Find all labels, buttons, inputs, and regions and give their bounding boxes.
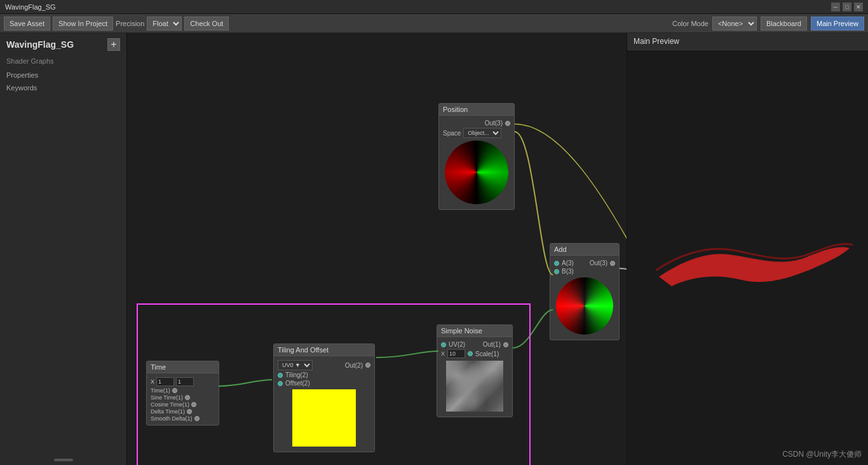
noise-body: UV(2) Out(1) X Scale(1): [437, 337, 512, 417]
tiling-body: UV0 ▼ Out(2) Tiling(2) Offset(2): [274, 356, 374, 452]
show-in-project-button[interactable]: Show In Project: [53, 17, 113, 31]
maximize-button[interactable]: □: [843, 3, 851, 11]
close-button[interactable]: ✕: [854, 3, 863, 11]
noise-scale-dot: [468, 351, 473, 356]
right-panel: Main Preview CSDN @Unity李大傻师: [627, 33, 868, 465]
panel-subtitle: Shader Graphs: [0, 56, 126, 69]
toolbar: Save Asset Show In Project Precision Flo…: [0, 14, 868, 33]
node-position-body: Out(3) Space Object...: [439, 116, 514, 209]
time-body: X Time(1) Sine Time(1) Cosine Time(1): [147, 373, 219, 425]
time-dot5: [194, 416, 200, 421]
time-port-row-4: Delta Time(1): [151, 408, 215, 415]
noise-out-dot: [503, 342, 508, 347]
save-asset-button[interactable]: Save Asset: [4, 17, 50, 31]
out-port: Out(3): [443, 120, 510, 127]
noise-preview: [446, 361, 503, 412]
main-preview-button[interactable]: Main Preview: [811, 17, 864, 31]
right-panel-header: Main Preview: [627, 33, 868, 50]
uv-dropdown[interactable]: UV0 ▼: [278, 360, 313, 370]
space-row: Space Object...: [443, 128, 510, 138]
preview-canvas: [627, 50, 868, 465]
b-dot: [554, 269, 559, 274]
tiling-preview: [292, 389, 356, 447]
out-dot: [505, 121, 510, 126]
toolbar-right: Color Mode <None> Blackboard Main Previe…: [672, 17, 864, 31]
precision-label: Precision: [116, 20, 144, 27]
time-port-row-2: Sine Time(1): [151, 394, 215, 401]
node-tiling-offset[interactable]: Tiling And Offset UV0 ▼ Out(2) Tiling(2): [273, 344, 375, 452]
canvas-area[interactable]: Position Out(3) Space Object...: [127, 33, 627, 465]
time-port-row-3: Cosine Time(1): [151, 401, 215, 408]
resize-handle[interactable]: [54, 459, 73, 461]
left-panel-footer: [0, 455, 126, 465]
noise-uv-dot: [441, 342, 446, 347]
time-x-label: X: [151, 378, 154, 385]
watermark: CSDN @Unity李大傻师: [782, 449, 862, 460]
add-preview: [556, 277, 613, 335]
space-select[interactable]: Object...: [463, 128, 501, 138]
time-dot3: [191, 402, 196, 407]
time-x2[interactable]: [176, 377, 194, 386]
panel-title: WavingFlag_SG: [6, 39, 74, 50]
node-add-body: A(3) Out(3) B(3): [550, 256, 619, 340]
node-time[interactable]: Time X Time(1) Sine Time(1) Cosine Time: [146, 361, 219, 426]
flag-preview-svg: [640, 194, 856, 321]
a-dot: [554, 261, 559, 266]
tiling-dot1: [278, 373, 283, 378]
tiling-header: Tiling And Offset: [274, 344, 374, 356]
tiling-tiling-row: Tiling(2): [278, 371, 370, 378]
tiling-offset-row: Offset(2): [278, 380, 370, 387]
precision-select[interactable]: Float: [147, 17, 182, 31]
blackboard-button[interactable]: Blackboard: [761, 17, 807, 31]
title-bar: WavingFlag_SG ─ □ ✕: [0, 0, 868, 14]
node-simple-noise[interactable]: Simple Noise UV(2) Out(1) X Scale(1): [437, 324, 513, 417]
tiling-uv-row: UV0 ▼ Out(2): [278, 360, 370, 370]
time-port-row-1: Time(1): [151, 387, 215, 394]
node-position-header: Position: [439, 104, 514, 116]
noise-scale-row: X Scale(1): [441, 349, 508, 358]
noise-header: Simple Noise: [437, 325, 512, 337]
add-b-port: B(3): [554, 268, 615, 275]
noise-uv-row: UV(2) Out(1): [441, 341, 508, 348]
time-port-row-5: Smooth Delta(1): [151, 415, 215, 422]
title-bar-controls: ─ □ ✕: [831, 3, 863, 11]
noise-scale-input[interactable]: [447, 349, 465, 358]
add-button[interactable]: +: [107, 38, 120, 51]
out-dot-add: [610, 261, 615, 266]
keywords-section[interactable]: Keywords: [0, 81, 126, 94]
color-mode-select[interactable]: <None>: [712, 17, 757, 31]
add-a-port: A(3) Out(3): [554, 260, 615, 267]
tiling-dot2: [278, 381, 283, 386]
time-dot4: [187, 409, 192, 414]
node-add-header: Add: [550, 244, 619, 256]
tiling-out-dot: [365, 363, 370, 368]
minimize-button[interactable]: ─: [831, 3, 840, 11]
properties-section[interactable]: Properties: [0, 69, 126, 81]
node-add[interactable]: Add A(3) Out(3) B(3): [550, 243, 620, 340]
left-panel: WavingFlag_SG + Shader Graphs Properties…: [0, 33, 127, 465]
color-mode-label: Color Mode: [672, 20, 709, 27]
position-preview: [445, 141, 508, 204]
main-layout: WavingFlag_SG + Shader Graphs Properties…: [0, 33, 868, 465]
left-panel-header: WavingFlag_SG +: [0, 33, 126, 56]
time-header: Time: [147, 361, 219, 373]
check-out-button[interactable]: Check Out: [184, 17, 229, 31]
time-dot1: [172, 388, 177, 393]
time-x1[interactable]: [156, 377, 174, 386]
window-title: WavingFlag_SG: [5, 3, 56, 11]
time-dot2: [185, 395, 190, 400]
node-position[interactable]: Position Out(3) Space Object...: [438, 103, 515, 210]
